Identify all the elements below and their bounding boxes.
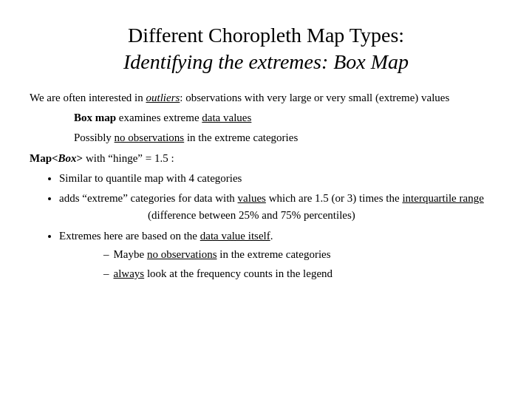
slide-title: Different Choropleth Map Types: Identify… (30, 22, 502, 76)
values-label: values (238, 192, 266, 204)
intro-paragraph: We are often interested in outliers: obs… (30, 89, 502, 106)
dash-item-1: – Maybe no observations in the extreme c… (103, 246, 502, 263)
always-label: always (114, 267, 145, 279)
dash-items: – Maybe no observations in the extreme c… (103, 246, 502, 283)
possibly-line: Possibly no observations in the extreme … (74, 129, 502, 146)
no-observations-1: no observations (115, 132, 185, 143)
interquartile-label: interquartile range (402, 192, 483, 204)
boxmap-label: Box map (74, 112, 116, 123)
bullet-list: Similar to quantile map with 4 categorie… (59, 170, 502, 283)
boxmap-line: Box map examines extreme data values (74, 109, 502, 126)
no-observations-2: no observations (147, 248, 217, 260)
data-value-itself: data value itself (200, 230, 270, 242)
paren-text: (difference between 25% and 75% percenti… (148, 207, 355, 224)
mapbox-label: Map< (30, 152, 58, 164)
bullet-item-2: adds “extreme” categories for data with … (59, 190, 502, 225)
title-line2: Identifying the extremes: Box Map (123, 50, 409, 73)
indented-block: Box map examines extreme data values Pos… (74, 109, 502, 147)
outliers-label: outliers (146, 92, 180, 103)
mapbox-line: Map<Box> with “hinge” = 1.5 : (30, 150, 502, 167)
bullet-item-3: Extremes here are based on the data valu… (59, 228, 502, 283)
mapbox-italic: Box (58, 152, 77, 164)
slide-content: We are often interested in outliers: obs… (30, 89, 502, 283)
bullet-item-1: Similar to quantile map with 4 categorie… (59, 170, 502, 187)
dash-item-2: – always look at the frequency counts in… (103, 265, 502, 282)
data-values-label: data values (202, 112, 251, 123)
